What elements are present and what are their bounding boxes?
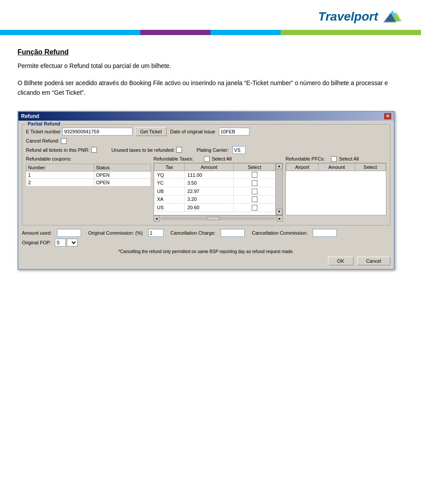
tax-select-checkbox[interactable] xyxy=(252,197,257,202)
color-bar-purple xyxy=(140,30,210,35)
select-all-pfcs-label: Select All xyxy=(339,156,359,161)
coupon-number: 1 xyxy=(26,171,94,179)
taxes-scroll-container: Tax Amount Select YQ 111.00 xyxy=(153,163,283,215)
tax-select-cell xyxy=(234,195,275,204)
tax-code: US xyxy=(154,204,185,212)
taxes-table: Tax Amount Select YQ 111.00 xyxy=(154,163,275,212)
close-button[interactable]: ✕ xyxy=(384,113,391,119)
eticket-input[interactable] xyxy=(62,128,132,136)
pfcs-label: Refundable PFCs: xyxy=(285,156,325,161)
refund-dialog: Refund ✕ Partial Refund E Ticket number … xyxy=(18,111,395,270)
scroll-down-button[interactable]: ▼ xyxy=(276,209,282,215)
coupons-header-status: Status xyxy=(94,164,150,171)
fop-row: Original FOP: S xyxy=(22,239,390,247)
page-body: O Bilhete poderá ser acedido através do … xyxy=(18,78,403,98)
table-row: YQ 111.00 xyxy=(154,171,275,179)
scroll-thumb xyxy=(207,217,220,220)
refund-all-checkbox[interactable] xyxy=(91,147,97,153)
pfcs-header-row: Refundable PFCs: Select All xyxy=(285,156,386,162)
cancellation-charge-input[interactable] xyxy=(221,229,245,237)
tax-select-checkbox[interactable] xyxy=(252,205,257,211)
select-all-taxes-label: Select All xyxy=(212,156,232,161)
table-row: XA 3.20 xyxy=(154,195,275,204)
content-area: Função Refund Permite efectuar o Refund … xyxy=(0,35,421,287)
scroll-left-button[interactable]: ◄ xyxy=(153,215,160,222)
dialog-title: Refund xyxy=(21,113,39,119)
header: Travelport xyxy=(0,0,421,30)
table-row[interactable]: 1 OPEN xyxy=(26,171,151,179)
dialog-wrapper: Refund ✕ Partial Refund E Ticket number … xyxy=(18,111,403,279)
logo: Travelport xyxy=(318,8,403,25)
bottom-row: Amount used: Original Commission: (%) Ca… xyxy=(22,229,390,237)
tax-code: XA xyxy=(154,195,185,204)
tax-amount: 111.00 xyxy=(185,171,234,179)
select-all-pfcs-checkbox[interactable] xyxy=(331,156,337,162)
cancellation-charge-label: Cancellation Charge: xyxy=(171,230,216,236)
pfcs-table: Airport Amount Select xyxy=(286,163,386,171)
select-all-taxes-checkbox[interactable] xyxy=(204,156,210,162)
ok-button[interactable]: OK xyxy=(328,257,353,265)
refund-all-label: Refund all tickets in this PNR: xyxy=(26,147,89,153)
main-grid: Refundable coupons: Number Status xyxy=(26,156,386,222)
tax-code: YQ xyxy=(154,171,185,179)
cancel-refund-checkbox[interactable] xyxy=(61,138,67,144)
table-row[interactable]: 2 OPEN xyxy=(26,179,151,186)
page-description: Permite efectuar o Refund total ou parci… xyxy=(18,62,403,69)
color-bar-green xyxy=(281,30,421,35)
scroll-right-button[interactable]: ► xyxy=(277,215,283,222)
date-input[interactable] xyxy=(219,128,250,136)
table-row: YC 3.50 xyxy=(154,179,275,187)
pfcs-scroll-container: Airport Amount Select xyxy=(285,163,386,215)
group-box-title: Partial Refund xyxy=(26,121,62,126)
tax-code: YC xyxy=(154,179,185,187)
tax-select-checkbox[interactable] xyxy=(252,180,257,186)
original-commission-input[interactable] xyxy=(148,229,164,237)
tax-select-cell xyxy=(234,171,275,179)
tax-select-cell xyxy=(234,187,275,195)
partial-refund-group: Partial Refund E Ticket number Get Ticke… xyxy=(22,124,390,225)
coupon-status: OPEN xyxy=(94,179,150,186)
color-bar xyxy=(0,30,421,35)
taxes-label: Refundable Taxes: xyxy=(153,156,193,161)
footer-buttons: OK Cancel xyxy=(22,257,390,265)
unused-taxes-checkbox[interactable] xyxy=(176,147,182,153)
cancel-refund-row: Cancel Refund: xyxy=(26,138,386,144)
coupons-header-number: Number xyxy=(26,164,94,171)
tax-amount: 3.50 xyxy=(185,179,234,187)
tax-amount: 22.97 xyxy=(185,187,234,195)
table-row: US 20.60 xyxy=(154,204,275,212)
unused-taxes-label: Unused taxes to be refunded: xyxy=(111,147,175,153)
taxes-section: Refundable Taxes: Select All Tax Amo xyxy=(153,156,283,222)
eticket-row: E Ticket number Get Ticket Date of origi… xyxy=(26,127,386,136)
scroll-track xyxy=(161,217,276,220)
scroll-track xyxy=(276,169,282,209)
plating-carrier-input[interactable] xyxy=(232,146,246,154)
amount-used-input[interactable] xyxy=(57,229,81,237)
scroll-up-button[interactable]: ▲ xyxy=(276,163,282,169)
pfc-header-amount: Amount xyxy=(318,163,355,171)
logo-text: Travelport xyxy=(318,10,378,24)
cancellation-commission-input[interactable] xyxy=(313,229,337,237)
cancel-refund-label: Cancel Refund: xyxy=(26,138,59,143)
cancellation-commission-label: Cancellation Commission: xyxy=(252,230,307,236)
tax-select-checkbox[interactable] xyxy=(252,189,257,194)
tax-header-tax: Tax xyxy=(154,163,185,171)
original-fop-input[interactable] xyxy=(55,239,66,247)
tax-header-amount: Amount xyxy=(185,163,234,171)
tax-amount: 3.20 xyxy=(185,195,234,204)
coupon-status: OPEN xyxy=(94,171,150,179)
logo-icon xyxy=(382,8,403,25)
color-bar-blue xyxy=(0,30,140,35)
get-ticket-button[interactable]: Get Ticket xyxy=(135,127,167,136)
amount-used-label: Amount used: xyxy=(22,230,52,236)
tax-amount: 20.60 xyxy=(185,204,234,212)
page-title: Função Refund xyxy=(18,48,403,56)
tax-select-checkbox[interactable] xyxy=(252,172,257,178)
original-fop-dropdown[interactable]: S xyxy=(67,239,78,247)
footer-note: *Cancelling the refund only permitted on… xyxy=(22,249,390,254)
original-fop-label: Original FOP: xyxy=(22,240,51,245)
tax-header-select: Select xyxy=(234,163,275,171)
cancel-button[interactable]: Cancel xyxy=(357,257,390,265)
taxes-scrollbar: ▲ ▼ xyxy=(275,163,282,215)
original-commission-label: Original Commission: (%) xyxy=(88,230,143,236)
